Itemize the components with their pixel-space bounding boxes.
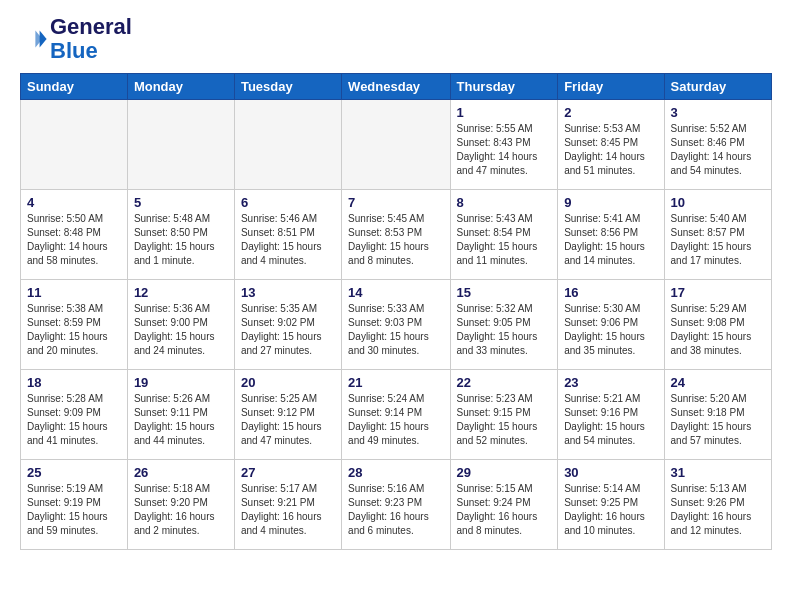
calendar-cell: 20Sunrise: 5:25 AM Sunset: 9:12 PM Dayli…: [234, 370, 341, 460]
calendar-cell: 9Sunrise: 5:41 AM Sunset: 8:56 PM Daylig…: [558, 190, 664, 280]
day-info: Sunrise: 5:40 AM Sunset: 8:57 PM Dayligh…: [671, 212, 765, 268]
calendar-cell: 12Sunrise: 5:36 AM Sunset: 9:00 PM Dayli…: [127, 280, 234, 370]
day-number: 4: [27, 195, 121, 210]
day-number: 21: [348, 375, 443, 390]
day-info: Sunrise: 5:24 AM Sunset: 9:14 PM Dayligh…: [348, 392, 443, 448]
weekday-header-monday: Monday: [127, 74, 234, 100]
calendar-cell: 30Sunrise: 5:14 AM Sunset: 9:25 PM Dayli…: [558, 460, 664, 550]
calendar-cell: 18Sunrise: 5:28 AM Sunset: 9:09 PM Dayli…: [21, 370, 128, 460]
day-info: Sunrise: 5:26 AM Sunset: 9:11 PM Dayligh…: [134, 392, 228, 448]
day-info: Sunrise: 5:50 AM Sunset: 8:48 PM Dayligh…: [27, 212, 121, 268]
day-number: 24: [671, 375, 765, 390]
day-number: 28: [348, 465, 443, 480]
calendar-cell: 26Sunrise: 5:18 AM Sunset: 9:20 PM Dayli…: [127, 460, 234, 550]
day-info: Sunrise: 5:23 AM Sunset: 9:15 PM Dayligh…: [457, 392, 552, 448]
day-number: 26: [134, 465, 228, 480]
day-info: Sunrise: 5:48 AM Sunset: 8:50 PM Dayligh…: [134, 212, 228, 268]
weekday-header-friday: Friday: [558, 74, 664, 100]
day-number: 23: [564, 375, 657, 390]
calendar-cell: 13Sunrise: 5:35 AM Sunset: 9:02 PM Dayli…: [234, 280, 341, 370]
calendar-cell: 4Sunrise: 5:50 AM Sunset: 8:48 PM Daylig…: [21, 190, 128, 280]
week-row-1: 4Sunrise: 5:50 AM Sunset: 8:48 PM Daylig…: [21, 190, 772, 280]
weekday-header-wednesday: Wednesday: [342, 74, 450, 100]
logo-text-general: General: [50, 15, 132, 39]
calendar-cell: 21Sunrise: 5:24 AM Sunset: 9:14 PM Dayli…: [342, 370, 450, 460]
day-number: 31: [671, 465, 765, 480]
day-number: 15: [457, 285, 552, 300]
day-number: 20: [241, 375, 335, 390]
day-number: 17: [671, 285, 765, 300]
day-info: Sunrise: 5:32 AM Sunset: 9:05 PM Dayligh…: [457, 302, 552, 358]
day-number: 9: [564, 195, 657, 210]
calendar-cell: [342, 100, 450, 190]
day-info: Sunrise: 5:55 AM Sunset: 8:43 PM Dayligh…: [457, 122, 552, 178]
logo-text-blue: Blue: [50, 39, 132, 63]
calendar-cell: 16Sunrise: 5:30 AM Sunset: 9:06 PM Dayli…: [558, 280, 664, 370]
weekday-header-saturday: Saturday: [664, 74, 771, 100]
day-info: Sunrise: 5:29 AM Sunset: 9:08 PM Dayligh…: [671, 302, 765, 358]
day-number: 5: [134, 195, 228, 210]
page: General Blue SundayMondayTuesdayWednesda…: [0, 0, 792, 565]
day-info: Sunrise: 5:46 AM Sunset: 8:51 PM Dayligh…: [241, 212, 335, 268]
calendar-cell: 8Sunrise: 5:43 AM Sunset: 8:54 PM Daylig…: [450, 190, 558, 280]
day-number: 29: [457, 465, 552, 480]
day-info: Sunrise: 5:52 AM Sunset: 8:46 PM Dayligh…: [671, 122, 765, 178]
calendar-cell: 14Sunrise: 5:33 AM Sunset: 9:03 PM Dayli…: [342, 280, 450, 370]
day-info: Sunrise: 5:45 AM Sunset: 8:53 PM Dayligh…: [348, 212, 443, 268]
weekday-header-tuesday: Tuesday: [234, 74, 341, 100]
day-info: Sunrise: 5:14 AM Sunset: 9:25 PM Dayligh…: [564, 482, 657, 538]
calendar-cell: 29Sunrise: 5:15 AM Sunset: 9:24 PM Dayli…: [450, 460, 558, 550]
day-info: Sunrise: 5:38 AM Sunset: 8:59 PM Dayligh…: [27, 302, 121, 358]
calendar-cell: 2Sunrise: 5:53 AM Sunset: 8:45 PM Daylig…: [558, 100, 664, 190]
day-info: Sunrise: 5:20 AM Sunset: 9:18 PM Dayligh…: [671, 392, 765, 448]
calendar-cell: 19Sunrise: 5:26 AM Sunset: 9:11 PM Dayli…: [127, 370, 234, 460]
calendar-cell: [127, 100, 234, 190]
day-number: 30: [564, 465, 657, 480]
day-number: 22: [457, 375, 552, 390]
day-number: 11: [27, 285, 121, 300]
calendar-cell: 15Sunrise: 5:32 AM Sunset: 9:05 PM Dayli…: [450, 280, 558, 370]
day-number: 6: [241, 195, 335, 210]
week-row-4: 25Sunrise: 5:19 AM Sunset: 9:19 PM Dayli…: [21, 460, 772, 550]
day-info: Sunrise: 5:15 AM Sunset: 9:24 PM Dayligh…: [457, 482, 552, 538]
day-info: Sunrise: 5:21 AM Sunset: 9:16 PM Dayligh…: [564, 392, 657, 448]
day-info: Sunrise: 5:18 AM Sunset: 9:20 PM Dayligh…: [134, 482, 228, 538]
calendar-cell: 10Sunrise: 5:40 AM Sunset: 8:57 PM Dayli…: [664, 190, 771, 280]
day-number: 3: [671, 105, 765, 120]
calendar-cell: 24Sunrise: 5:20 AM Sunset: 9:18 PM Dayli…: [664, 370, 771, 460]
day-number: 25: [27, 465, 121, 480]
calendar-cell: 6Sunrise: 5:46 AM Sunset: 8:51 PM Daylig…: [234, 190, 341, 280]
week-row-0: 1Sunrise: 5:55 AM Sunset: 8:43 PM Daylig…: [21, 100, 772, 190]
day-number: 19: [134, 375, 228, 390]
calendar-table: SundayMondayTuesdayWednesdayThursdayFrid…: [20, 73, 772, 550]
weekday-header-thursday: Thursday: [450, 74, 558, 100]
calendar-cell: 25Sunrise: 5:19 AM Sunset: 9:19 PM Dayli…: [21, 460, 128, 550]
day-info: Sunrise: 5:41 AM Sunset: 8:56 PM Dayligh…: [564, 212, 657, 268]
day-info: Sunrise: 5:17 AM Sunset: 9:21 PM Dayligh…: [241, 482, 335, 538]
day-number: 10: [671, 195, 765, 210]
day-number: 13: [241, 285, 335, 300]
day-number: 14: [348, 285, 443, 300]
calendar-cell: 17Sunrise: 5:29 AM Sunset: 9:08 PM Dayli…: [664, 280, 771, 370]
day-info: Sunrise: 5:43 AM Sunset: 8:54 PM Dayligh…: [457, 212, 552, 268]
calendar-cell: 22Sunrise: 5:23 AM Sunset: 9:15 PM Dayli…: [450, 370, 558, 460]
day-number: 2: [564, 105, 657, 120]
logo: General Blue: [20, 15, 132, 63]
day-number: 7: [348, 195, 443, 210]
calendar-cell: [234, 100, 341, 190]
logo-icon: [20, 25, 48, 53]
day-info: Sunrise: 5:16 AM Sunset: 9:23 PM Dayligh…: [348, 482, 443, 538]
day-number: 27: [241, 465, 335, 480]
day-number: 12: [134, 285, 228, 300]
day-number: 18: [27, 375, 121, 390]
weekday-header-row: SundayMondayTuesdayWednesdayThursdayFrid…: [21, 74, 772, 100]
calendar-cell: 11Sunrise: 5:38 AM Sunset: 8:59 PM Dayli…: [21, 280, 128, 370]
calendar-cell: 23Sunrise: 5:21 AM Sunset: 9:16 PM Dayli…: [558, 370, 664, 460]
day-number: 16: [564, 285, 657, 300]
calendar-cell: 28Sunrise: 5:16 AM Sunset: 9:23 PM Dayli…: [342, 460, 450, 550]
week-row-3: 18Sunrise: 5:28 AM Sunset: 9:09 PM Dayli…: [21, 370, 772, 460]
calendar-cell: 5Sunrise: 5:48 AM Sunset: 8:50 PM Daylig…: [127, 190, 234, 280]
day-info: Sunrise: 5:53 AM Sunset: 8:45 PM Dayligh…: [564, 122, 657, 178]
calendar-cell: 27Sunrise: 5:17 AM Sunset: 9:21 PM Dayli…: [234, 460, 341, 550]
day-info: Sunrise: 5:13 AM Sunset: 9:26 PM Dayligh…: [671, 482, 765, 538]
